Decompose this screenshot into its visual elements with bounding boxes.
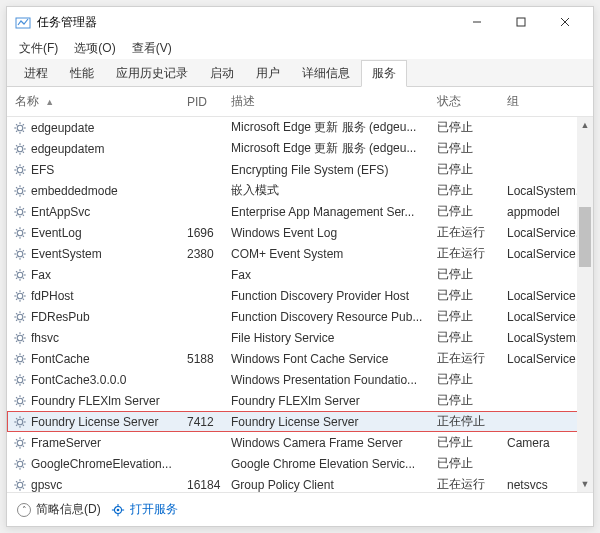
header-pid[interactable]: PID — [187, 95, 231, 109]
tab-services[interactable]: 服务 — [361, 60, 407, 87]
svg-line-119 — [23, 382, 24, 383]
service-status: 已停止 — [437, 266, 507, 283]
gear-icon — [13, 373, 27, 387]
tabs: 进程 性能 应用历史记录 启动 用户 详细信息 服务 — [7, 59, 593, 87]
svg-line-57 — [23, 229, 24, 230]
service-desc: Enterprise App Management Ser... — [231, 205, 437, 219]
service-status: 已停止 — [437, 308, 507, 325]
service-pid: 2380 — [187, 247, 231, 261]
service-status: 正在停止 — [437, 413, 507, 430]
svg-line-28 — [16, 166, 17, 167]
svg-line-19 — [16, 145, 17, 146]
svg-line-49 — [16, 214, 17, 215]
service-row[interactable]: Foundry License Server7412Foundry Licens… — [7, 411, 593, 432]
svg-line-110 — [23, 361, 24, 362]
service-desc: Foundry FLEXlm Server — [231, 394, 437, 408]
header-name[interactable]: 名称 ▲ — [7, 93, 187, 110]
minimize-button[interactable] — [457, 10, 497, 34]
tab-details[interactable]: 详细信息 — [291, 60, 361, 86]
svg-line-157 — [16, 466, 17, 467]
gear-icon — [13, 205, 27, 219]
service-row[interactable]: gpsvc16184Group Policy Client正在运行netsvcs — [7, 474, 593, 492]
svg-line-139 — [16, 424, 17, 425]
service-row[interactable]: FDResPubFunction Discovery Resource Pub.… — [7, 306, 593, 327]
svg-line-84 — [23, 292, 24, 293]
service-status: 已停止 — [437, 371, 507, 388]
svg-line-127 — [16, 397, 17, 398]
service-name: EFS — [31, 163, 187, 177]
service-status: 已停止 — [437, 287, 507, 304]
svg-line-13 — [16, 130, 17, 131]
service-row[interactable]: fdPHostFunction Discovery Provider Host已… — [7, 285, 593, 306]
service-group: LocalService... — [507, 226, 587, 240]
service-name: edgeupdate — [31, 121, 187, 135]
service-row[interactable]: Foundry FLEXlm ServerFoundry FLEXlm Serv… — [7, 390, 593, 411]
service-row[interactable]: FontCache5188Windows Font Cache Service正… — [7, 348, 593, 369]
svg-line-47 — [23, 214, 24, 215]
svg-line-29 — [23, 172, 24, 173]
svg-line-103 — [16, 340, 17, 341]
svg-line-128 — [23, 403, 24, 404]
titlebar: 任务管理器 — [7, 7, 593, 37]
content: 名称 ▲ PID 描述 状态 组 edgeupdateMicrosoft Edg… — [7, 87, 593, 492]
tab-processes[interactable]: 进程 — [13, 60, 59, 86]
svg-line-163 — [16, 481, 17, 482]
svg-line-39 — [23, 187, 24, 188]
maximize-button[interactable] — [501, 10, 541, 34]
scroll-down-icon[interactable]: ▼ — [577, 476, 593, 492]
open-services-link[interactable]: 打开服务 — [111, 501, 178, 518]
service-status: 已停止 — [437, 140, 507, 157]
service-row[interactable]: EventSystem2380COM+ Event System正在运行Loca… — [7, 243, 593, 264]
service-status: 已停止 — [437, 161, 507, 178]
service-status: 已停止 — [437, 182, 507, 199]
tab-users[interactable]: 用户 — [245, 60, 291, 86]
table-body[interactable]: edgeupdateMicrosoft Edge 更新 服务 (edgeu...… — [7, 117, 593, 492]
gear-icon — [13, 268, 27, 282]
svg-line-154 — [16, 460, 17, 461]
header-status[interactable]: 状态 — [437, 93, 507, 110]
service-status: 已停止 — [437, 392, 507, 409]
tab-performance[interactable]: 性能 — [59, 60, 105, 86]
service-row[interactable]: edgeupdatemMicrosoft Edge 更新 服务 (edgeu..… — [7, 138, 593, 159]
service-group: Camera — [507, 436, 587, 450]
svg-point-23 — [17, 167, 23, 173]
service-row[interactable]: FrameServerWindows Camera Frame Server已停… — [7, 432, 593, 453]
scrollbar-track[interactable]: ▲ ▼ — [577, 117, 593, 492]
brief-info-button[interactable]: ˄ 简略信息(D) — [17, 501, 101, 518]
svg-point-68 — [17, 272, 23, 278]
gear-icon — [13, 457, 27, 471]
svg-point-14 — [17, 146, 23, 152]
service-row[interactable]: GoogleChromeElevation...Google Chrome El… — [7, 453, 593, 474]
service-row[interactable]: embeddedmode嵌入模式已停止LocalSystem... — [7, 180, 593, 201]
service-row[interactable]: FontCache3.0.0.0Windows Presentation Fou… — [7, 369, 593, 390]
service-row[interactable]: EntAppSvcEnterprise App Management Ser..… — [7, 201, 593, 222]
menu-options[interactable]: 选项(O) — [66, 38, 123, 59]
task-manager-window: 任务管理器 文件(F) 选项(O) 查看(V) 进程 性能 应用历史记录 启动 … — [6, 6, 594, 527]
service-name: EventSystem — [31, 247, 187, 261]
minimize-icon — [472, 17, 482, 27]
svg-line-146 — [23, 445, 24, 446]
service-status: 已停止 — [437, 434, 507, 451]
service-row[interactable]: FaxFax已停止 — [7, 264, 593, 285]
menu-file[interactable]: 文件(F) — [11, 38, 66, 59]
service-row[interactable]: EFSEncrypting File System (EFS)已停止 — [7, 159, 593, 180]
tab-startup[interactable]: 启动 — [199, 60, 245, 86]
svg-line-58 — [16, 235, 17, 236]
svg-line-93 — [23, 313, 24, 314]
scroll-up-icon[interactable]: ▲ — [577, 117, 593, 133]
tab-history[interactable]: 应用历史记录 — [105, 60, 199, 86]
service-row[interactable]: edgeupdateMicrosoft Edge 更新 服务 (edgeu...… — [7, 117, 593, 138]
service-name: fdPHost — [31, 289, 187, 303]
svg-line-165 — [23, 481, 24, 482]
scrollbar-thumb[interactable] — [579, 207, 591, 267]
service-desc: Google Chrome Elevation Servic... — [231, 457, 437, 471]
header-group[interactable]: 组 — [507, 93, 587, 110]
service-desc: Function Discovery Resource Pub... — [231, 310, 437, 324]
menu-view[interactable]: 查看(V) — [124, 38, 180, 59]
close-button[interactable] — [545, 10, 585, 34]
service-row[interactable]: fhsvcFile History Service已停止LocalSystem.… — [7, 327, 593, 348]
header-desc[interactable]: 描述 — [231, 93, 437, 110]
service-pid: 5188 — [187, 352, 231, 366]
svg-line-121 — [16, 382, 17, 383]
service-row[interactable]: EventLog1696Windows Event Log正在运行LocalSe… — [7, 222, 593, 243]
